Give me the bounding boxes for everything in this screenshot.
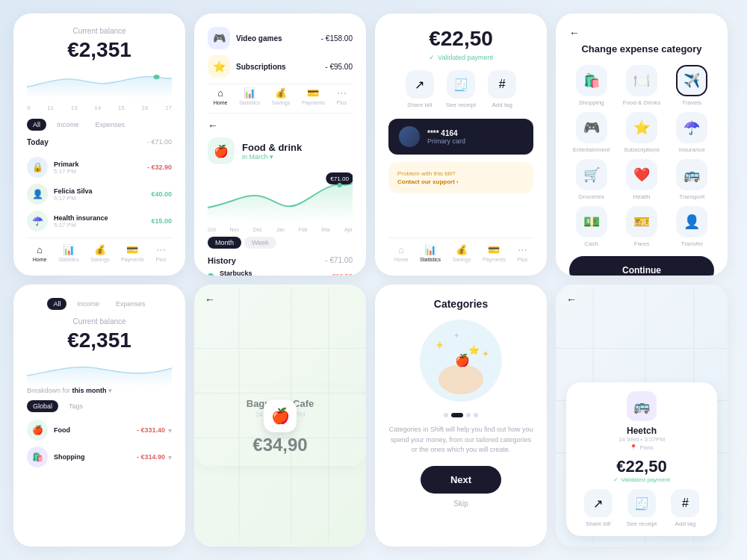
dot-2 xyxy=(451,413,463,417)
heetch-back-arrow[interactable]: ← xyxy=(566,293,577,305)
bottom-nav: ⌂ Home 📊 Statistics 💰 Savings 💳 Payments… xyxy=(27,237,172,262)
svg-text:✦: ✦ xyxy=(482,349,489,359)
next-button[interactable]: Next xyxy=(421,466,501,494)
see-receipt-action[interactable]: 🧾 See receipt xyxy=(446,70,476,108)
cafe-card: ← 🍎 Baguett's Cafe 24 Mar • 5:32PM 📍 Par… xyxy=(194,284,366,547)
today-label: Today xyxy=(27,138,49,146)
balance2-chart xyxy=(27,357,172,387)
top-nav-home[interactable]: ⌂Home xyxy=(214,87,228,105)
shopping-label: Shopping xyxy=(579,99,604,106)
pay-nav-home[interactable]: ⌂Home xyxy=(394,244,409,262)
shopping-icon: 🛍️ xyxy=(576,65,607,96)
entertainment-label: Entertainment xyxy=(573,146,610,153)
pay-nav-stats[interactable]: 📊Statistics xyxy=(420,244,441,262)
global-btn[interactable]: Global xyxy=(27,400,58,412)
heetch-receipt-icon: 🧾 xyxy=(627,489,656,517)
starbucks-dot xyxy=(208,273,214,276)
top-nav-plus[interactable]: ⋯Plus xyxy=(337,87,347,105)
cat-entertainment[interactable]: 🎮 Entertainment xyxy=(569,112,613,153)
insurance-icon: ☂️ xyxy=(676,112,707,143)
health-name: Health insurance xyxy=(54,214,151,222)
travels-icon: ✈️ xyxy=(676,65,707,96)
cat-transport[interactable]: 🚌 Transport xyxy=(670,159,714,200)
cafe-map-pin: 🍎 xyxy=(264,399,297,432)
cat-cash[interactable]: 💵 Cash xyxy=(569,206,613,247)
food-expand-icon[interactable]: ▾ xyxy=(168,426,172,435)
cat-fares[interactable]: 🎫 Fares xyxy=(619,206,663,247)
transport-label: Transport xyxy=(679,193,704,200)
cat-groceries[interactable]: 🛒 Groceries xyxy=(569,159,613,200)
felicia-icon: 👤 xyxy=(27,184,48,205)
nav-statistics[interactable]: 📊 Statistics xyxy=(58,244,79,262)
health-cat-label: Health xyxy=(633,193,650,200)
back-arrow[interactable]: ← xyxy=(208,119,353,131)
month-btn[interactable]: Month xyxy=(208,237,241,249)
cafe-pin-icon: 🍎 xyxy=(264,399,297,432)
category-back-arrow[interactable]: ← xyxy=(569,27,714,39)
add-tag-action[interactable]: # Add tag xyxy=(488,70,516,108)
today-amount: - €71.00 xyxy=(147,138,172,151)
heetch-check-icon: ✓ xyxy=(613,476,619,483)
see-receipt-label: See receipt xyxy=(446,102,476,108)
filter2-expenses[interactable]: Expenses xyxy=(110,298,152,310)
transaction-felicia: 👤 Felicia Silva 5:17 PM €40.00 xyxy=(27,184,172,205)
pay-nav-payments[interactable]: 💳Payments xyxy=(483,244,506,262)
cash-label: Cash xyxy=(584,240,598,247)
cat-health[interactable]: ❤️ Health xyxy=(619,159,663,200)
heetch-receipt-action[interactable]: 🧾 See receipt xyxy=(627,489,657,527)
nav-plus[interactable]: ⋯ Plus xyxy=(156,244,167,262)
subscriptions-cat-icon: ⭐ xyxy=(626,112,657,143)
cat-travels[interactable]: ✈️ Travels xyxy=(670,65,714,106)
shopping-breakdown-icon: 🛍️ xyxy=(27,447,48,467)
cat-food-drinks[interactable]: 🍽️ Food & Drinks xyxy=(619,65,663,106)
filter2-income[interactable]: Income xyxy=(71,298,105,310)
cat-shopping[interactable]: 🛍️ Shopping xyxy=(569,65,613,106)
top-nav-payments[interactable]: 💳Payments xyxy=(302,87,325,105)
filter-income-btn[interactable]: Income xyxy=(51,119,85,131)
cat-subscriptions[interactable]: ⭐ Subscriptions xyxy=(619,112,663,153)
heetch-share-icon: ↗ xyxy=(584,489,613,517)
warning-link[interactable]: Contact our support › xyxy=(397,178,459,185)
cash-icon: 💵 xyxy=(576,206,607,237)
filter-tabs: All Income Expenses xyxy=(27,119,172,131)
heetch-share-action[interactable]: ↗ Share bill xyxy=(584,489,613,527)
transport-icon: 🚌 xyxy=(676,159,707,190)
food-drinks-icon: 🍽️ xyxy=(626,65,657,96)
heetch-tag-label: Add tag xyxy=(675,520,696,527)
svg-text:✦: ✦ xyxy=(435,339,444,352)
heetch-tag-action[interactable]: # Add tag xyxy=(671,489,699,527)
home-icon: ⌂ xyxy=(37,244,43,255)
skip-link[interactable]: Skip xyxy=(453,500,468,508)
health-cat-icon: ❤️ xyxy=(626,159,657,190)
food-drink-subtitle: in March ▾ xyxy=(242,153,302,161)
nav-savings[interactable]: 💰 Savings xyxy=(90,244,109,262)
continue-button[interactable]: Continue xyxy=(569,256,714,276)
cafe-back-arrow[interactable]: ← xyxy=(205,293,215,305)
svg-point-0 xyxy=(153,75,159,79)
chip-circle xyxy=(399,126,420,147)
tags-btn[interactable]: Tags xyxy=(63,400,89,412)
filter-all-btn[interactable]: All xyxy=(27,119,46,131)
cat-insurance[interactable]: ☂️ Insurance xyxy=(670,112,714,153)
svg-text:✦: ✦ xyxy=(453,332,459,340)
nav-home[interactable]: ⌂ Home xyxy=(33,244,47,262)
shopping-expand-icon[interactable]: ▾ xyxy=(168,453,172,461)
filter-expenses-btn[interactable]: Expenses xyxy=(90,119,131,131)
shopping-breakdown-amount: - €314.90 xyxy=(137,453,165,461)
top-nav-stats[interactable]: 📊Statistics xyxy=(239,87,260,105)
travels-label: Travels xyxy=(682,99,701,106)
share-bill-action[interactable]: ↗ Share bill xyxy=(406,70,434,108)
heetch-validated: ✓ Validated payment xyxy=(577,476,707,483)
subscriptions-icon: ⭐ xyxy=(208,55,230,78)
filter2-all[interactable]: All xyxy=(47,298,66,310)
food-icon: 🍎 xyxy=(27,420,48,441)
cat-transfer[interactable]: 👤 Transfer xyxy=(670,206,714,247)
week-btn[interactable]: Week xyxy=(244,237,276,249)
svg-text:⭐: ⭐ xyxy=(468,344,480,355)
pay-nav-savings[interactable]: 💰Savings xyxy=(452,244,471,262)
top-nav-savings[interactable]: 💰Savings xyxy=(271,87,290,105)
balance-label: Current balance xyxy=(27,27,172,35)
nav-payments[interactable]: 💳 Payments xyxy=(121,244,144,262)
pay-nav-plus[interactable]: ⋯Plus xyxy=(518,244,528,262)
felicia-name: Felicia Silva xyxy=(54,187,151,195)
